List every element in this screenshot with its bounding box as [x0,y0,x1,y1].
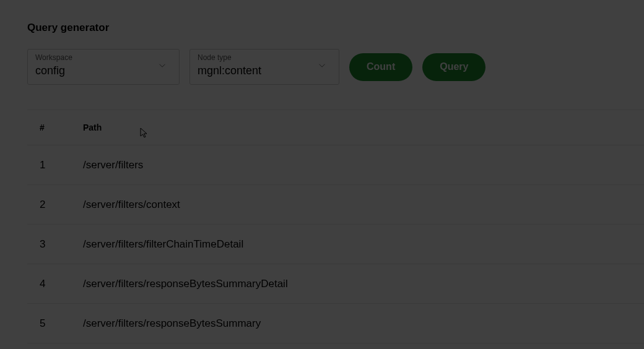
chevron-down-icon [157,60,168,74]
workspace-label: Workspace [35,53,172,62]
nodetype-select[interactable]: Node type mgnl:content [189,49,339,85]
cell-num: 1 [27,159,83,171]
results-table: # Path 1 /server/filters 2 /server/filte… [27,110,644,343]
table-header: # Path [27,110,644,145]
nodetype-label: Node type [198,53,331,62]
cell-path: /server/filters/filterChainTimeDetail [83,238,644,251]
table-row: 2 /server/filters/context [27,185,644,225]
table-row: 3 /server/filters/filterChainTimeDetail [27,225,644,264]
controls-row: Workspace config Node type mgnl:content … [27,49,644,85]
workspace-value: config [35,64,172,77]
table-row: 5 /server/filters/responseBytesSummary [27,304,644,343]
cell-num: 3 [27,238,83,251]
cell-path: /server/filters [83,159,644,171]
cell-num: 2 [27,199,83,211]
table-row: 4 /server/filters/responseBytesSummaryDe… [27,264,644,304]
count-button[interactable]: Count [349,53,412,81]
cell-path: /server/filters/responseBytesSummaryDeta… [83,278,644,290]
nodetype-value: mgnl:content [198,64,331,77]
table-row: 1 /server/filters [27,145,644,185]
chevron-down-icon [316,60,328,74]
col-header-path: Path [83,123,644,132]
cell-path: /server/filters/responseBytesSummary [83,317,644,330]
query-button[interactable]: Query [422,53,485,81]
cell-num: 4 [27,278,83,290]
page-title: Query generator [27,22,644,34]
cell-num: 5 [27,317,83,330]
col-header-num: # [27,123,83,132]
cell-path: /server/filters/context [83,199,644,211]
workspace-select[interactable]: Workspace config [27,49,180,85]
